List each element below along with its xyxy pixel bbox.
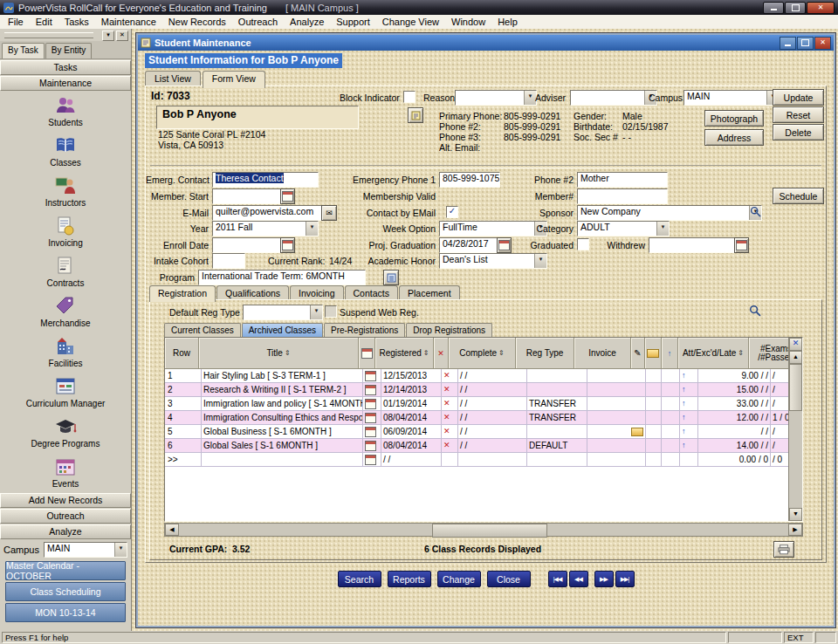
sidebar-item-facilities[interactable]: Facilities [0,332,131,372]
program-lookup-button[interactable] [383,270,399,285]
resize-grip[interactable] [815,632,836,643]
photograph-button[interactable]: Photograph [704,110,764,127]
emerg-contact-field[interactable]: Theresa Contact [212,172,319,188]
menu-help[interactable]: Help [491,16,524,28]
sidebar-item-invoicing[interactable]: Invoicing [0,211,131,251]
menu-edit[interactable]: Edit [30,16,58,28]
horizontal-scrollbar[interactable]: ◀ ▶ [164,523,803,537]
enroll-date-field[interactable] [212,237,285,253]
address-button[interactable]: Address [704,129,764,146]
delete-x-icon[interactable]: ✕ [443,440,450,451]
scroll-down-icon[interactable]: ▼ [789,508,802,521]
sidebar-campus-select[interactable]: MAIN ▼ [44,542,127,558]
email-button[interactable]: ✉ [321,205,337,221]
chevron-down-icon[interactable]: ▼ [656,222,669,236]
child-close-button[interactable]: ✕ [814,37,831,50]
sidebar-tab-by-entity[interactable]: By Entity [45,43,92,58]
menu-support[interactable]: Support [330,16,376,28]
previous-record-button[interactable]: ◀◀ [569,571,588,587]
column-header-pencil[interactable]: ✎ [631,338,645,369]
class-row-1[interactable]: 1Hair Styling Lab [ S-3 TERM-1 ]12/15/20… [165,369,789,383]
menu-maintenance[interactable]: Maintenance [95,16,162,28]
hscroll-thumb[interactable] [432,524,547,538]
sort-icon[interactable]: ⇕ [285,349,291,358]
sort-icon[interactable]: ⇕ [738,349,744,358]
delete-x-icon[interactable]: ✕ [443,412,450,423]
scroll-up-icon[interactable]: ▲ [789,351,802,364]
minimize-button[interactable] [763,2,784,14]
member-num-field[interactable] [577,188,668,204]
sidebar-item-degree-programs[interactable]: Degree Programs [0,412,131,452]
menu-window[interactable]: Window [445,16,491,28]
class-search-icon[interactable] [749,305,761,319]
suspend-web-checkbox[interactable] [325,305,337,318]
reports-button[interactable]: Reports [388,571,431,587]
column-header-x[interactable]: ✕ [434,338,449,369]
block-indicator-checkbox[interactable] [403,91,416,103]
sidebar-item-instructors[interactable]: Instructors [0,171,131,211]
column-header-cal[interactable] [359,338,375,369]
sidebar-header-outreach[interactable]: Outreach [0,509,131,524]
pin-icon[interactable]: ▾ [102,31,114,41]
column-header-exams[interactable]: #Exams /#Passed [749,338,789,369]
sidebar-item-students[interactable]: Students [0,91,131,131]
sponsor-search-icon[interactable] [750,206,761,219]
delete-x-icon[interactable]: ✕ [443,384,450,395]
class-row-6[interactable]: 6Global Sales [ S-1 6MONTH ]08/04/2014✕/… [165,439,789,453]
delete-x-icon[interactable]: ✕ [437,349,444,358]
menu-file[interactable]: File [2,16,30,28]
change-button[interactable]: Change [437,571,481,587]
close-button[interactable]: ✕ [807,2,835,14]
child-titlebar[interactable]: Student Maintenance ✕ [138,35,834,51]
sidebar-header-maintenance[interactable]: Maintenance [0,76,131,91]
menu-tasks[interactable]: Tasks [58,16,95,28]
withdrew-calendar-button[interactable] [734,237,749,253]
sidebar-item-merchandise[interactable]: Merchandise [0,291,131,332]
delete-x-icon[interactable]: ✕ [443,370,450,381]
reset-button[interactable]: Reset [773,106,824,123]
tab-registration[interactable]: Registration [149,285,216,302]
column-header-flag[interactable]: ↑ [662,338,678,369]
close-button[interactable]: Close [487,571,531,587]
sponsor-select[interactable]: New Company▼ [577,205,762,221]
column-header-reg_type[interactable]: Reg Type [516,338,574,369]
sidebar-header-add-new-records[interactable]: Add New Records [0,493,131,508]
app-titlebar[interactable]: PowerVista RollCall for Everyone's Educa… [0,0,838,15]
scroll-thumb[interactable] [789,364,802,411]
chevron-down-icon[interactable]: ▼ [306,222,318,236]
schedule-button[interactable]: Schedule [773,188,824,204]
sort-icon[interactable]: ⇕ [423,349,429,358]
chevron-down-icon[interactable]: ▼ [310,305,322,319]
class-row-5[interactable]: 5Global Business [ S-1 6MONTH ]06/09/201… [165,425,789,439]
enroll-date-calendar-button[interactable] [280,237,295,253]
chevron-down-icon[interactable]: ▼ [534,254,546,268]
reason-select[interactable]: ▼ [455,90,537,106]
graduated-checkbox[interactable] [577,238,589,250]
first-record-button[interactable]: |◀◀ [548,571,567,587]
column-header-title[interactable]: Title⇕ [199,338,359,369]
maximize-button[interactable] [785,2,806,14]
menu-change-view[interactable]: Change View [376,16,445,28]
class-scheduling-button[interactable]: Class Scheduling [5,582,126,601]
scroll-right-icon[interactable]: ▶ [788,524,802,536]
child-maximize-button[interactable] [797,37,814,50]
sidebar-item-contracts[interactable]: Contracts [0,251,131,291]
sidebar-item-curriculum-manager[interactable]: Curriculum Manager [0,372,131,412]
column-header-att[interactable]: Att/Exc'd/Late⇕ [678,338,749,369]
menu-analyze[interactable]: Analyze [284,16,330,28]
column-header-registered[interactable]: Registered⇕ [375,338,434,369]
phone2-field[interactable]: Mother [577,172,668,188]
delete-x-icon[interactable]: ✕ [443,426,450,437]
adviser-select[interactable]: ▼ [570,90,657,106]
contact-by-email-checkbox[interactable] [446,206,458,218]
master-calendar-october-button[interactable]: Master Calendar - OCTOBER [5,561,126,580]
proj-graduation-field[interactable]: 04/28/2017 [439,237,502,253]
grid-corner-icon[interactable]: ✕ [789,338,802,351]
menu-outreach[interactable]: Outreach [232,16,284,28]
vertical-scrollbar[interactable]: ✕ ▲ ▼ [788,338,802,521]
intake-cohort-field[interactable] [212,253,245,269]
sidebar-item-events[interactable]: Events [0,452,131,492]
class-row-[interactable]: >>/ /0.00 / 0/ 00.0 [165,453,789,467]
class-row-2[interactable]: 2Research & Writing II [ S-1 TERM-2 ]12/… [165,383,789,397]
next-record-button[interactable]: ▶▶ [594,571,614,587]
